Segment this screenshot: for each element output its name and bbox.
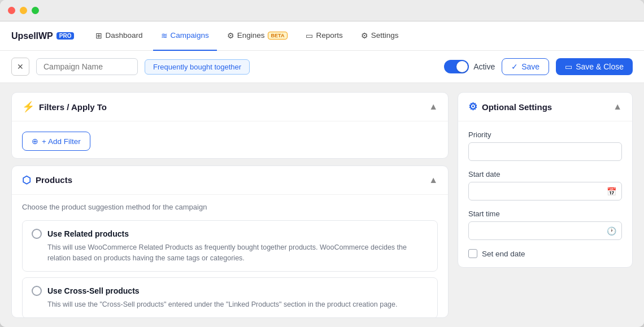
active-toggle-group: Active bbox=[444, 60, 495, 73]
nav-label-reports: Reports bbox=[316, 31, 342, 40]
settings-title: Optional Settings bbox=[482, 102, 552, 112]
main-content: ✕ Frequently bought together Active ✓ Sa… bbox=[0, 51, 644, 327]
products-collapse-button[interactable]: ▲ bbox=[429, 175, 438, 185]
nav-label-campaigns: Campaigns bbox=[171, 31, 209, 40]
start-date-input[interactable] bbox=[468, 182, 622, 200]
start-date-label: Start date bbox=[468, 170, 622, 178]
active-toggle-switch[interactable] bbox=[444, 60, 469, 73]
beta-badge: BETA bbox=[268, 32, 288, 40]
titlebar bbox=[0, 0, 644, 21]
save-close-icon: ▭ bbox=[565, 62, 572, 71]
filter-icon: ⚡ bbox=[22, 101, 34, 113]
start-time-input[interactable] bbox=[468, 221, 622, 240]
option-related-header: Use Related products bbox=[32, 229, 428, 239]
option-related-label: Use Related products bbox=[47, 229, 129, 238]
save-close-button-label: Save & Close bbox=[576, 62, 624, 71]
option-related-desc: This will use WooCommerce Related Produc… bbox=[47, 242, 428, 264]
close-button[interactable]: ✕ bbox=[11, 58, 29, 76]
right-panel: ⚙ Optional Settings ▲ Priority bbox=[458, 92, 633, 318]
option-crosssell-radio[interactable] bbox=[32, 286, 42, 296]
nav-item-engines[interactable]: ⚙ Engines BETA bbox=[219, 21, 296, 51]
active-label: Active bbox=[473, 62, 495, 71]
navbar: UpsellWP PRO ⊞ Dashboard ≋ Campaigns ⚙ E… bbox=[0, 21, 644, 51]
reports-icon: ▭ bbox=[306, 31, 313, 40]
campaigns-icon: ≋ bbox=[161, 31, 168, 40]
content-area: ⚡ Filters / Apply To ▲ ⊕ + Add Filter bbox=[0, 83, 644, 327]
start-time-field: Start time 🕐 bbox=[468, 210, 622, 240]
engines-icon: ⚙ bbox=[227, 31, 234, 40]
save-button-label: Save bbox=[521, 62, 539, 71]
brand-badge: PRO bbox=[56, 32, 75, 40]
settings-header: ⚙ Optional Settings ▲ bbox=[458, 93, 632, 121]
products-header-left: ⬡ Products bbox=[22, 174, 72, 186]
option-related-card[interactable]: Use Related products This will use WooCo… bbox=[22, 220, 438, 272]
save-close-button[interactable]: ▭ Save & Close bbox=[556, 58, 633, 75]
option-related-radio[interactable] bbox=[32, 229, 42, 239]
products-icon: ⬡ bbox=[22, 174, 31, 186]
calendar-icon: 📅 bbox=[607, 187, 616, 196]
brand-name: UpsellWP bbox=[11, 31, 53, 41]
close-traffic-light[interactable] bbox=[8, 7, 15, 14]
campaign-name-input[interactable] bbox=[36, 58, 138, 75]
add-filter-label: + Add Filter bbox=[42, 137, 81, 146]
maximize-traffic-light[interactable] bbox=[32, 7, 39, 14]
add-filter-button[interactable]: ⊕ + Add Filter bbox=[22, 132, 90, 151]
filters-card: ⚡ Filters / Apply To ▲ ⊕ + Add Filter bbox=[11, 92, 449, 159]
filters-header-left: ⚡ Filters / Apply To bbox=[22, 101, 107, 113]
settings-card: ⚙ Optional Settings ▲ Priority bbox=[458, 92, 633, 268]
products-card-header: ⬡ Products ▲ bbox=[12, 166, 448, 195]
nav-item-campaigns[interactable]: ≋ Campaigns bbox=[153, 21, 217, 51]
nav-label-engines: Engines bbox=[237, 31, 265, 40]
settings-header-left: ⚙ Optional Settings bbox=[468, 101, 552, 113]
option-crosssell-card[interactable]: Use Cross-Sell products This will use th… bbox=[22, 277, 438, 318]
products-card: ⬡ Products ▲ Choose the product suggesti… bbox=[11, 165, 449, 318]
settings-body: Priority Start date 📅 bbox=[458, 121, 632, 267]
products-title: Products bbox=[36, 175, 72, 185]
priority-field: Priority bbox=[468, 130, 622, 161]
start-date-field: Start date 📅 bbox=[468, 170, 622, 200]
settings-icon: ⚙ bbox=[361, 31, 368, 40]
add-filter-plus-icon: ⊕ bbox=[32, 137, 38, 146]
minimize-traffic-light[interactable] bbox=[20, 7, 27, 14]
toggle-knob bbox=[456, 61, 468, 72]
start-date-input-wrapper: 📅 bbox=[468, 182, 622, 200]
settings-gear-icon: ⚙ bbox=[468, 101, 477, 113]
option-crosssell-label: Use Cross-Sell products bbox=[47, 286, 140, 295]
set-end-date-checkbox[interactable] bbox=[468, 249, 477, 258]
nav-item-reports[interactable]: ▭ Reports bbox=[298, 21, 350, 51]
filters-card-body: ⊕ + Add Filter bbox=[12, 121, 448, 159]
set-end-date-label: Set end date bbox=[482, 250, 525, 258]
nav-item-dashboard[interactable]: ⊞ Dashboard bbox=[88, 21, 150, 51]
option-crosssell-header: Use Cross-Sell products bbox=[32, 286, 428, 296]
products-hint: Choose the product suggestion method for… bbox=[12, 195, 448, 217]
filters-collapse-button[interactable]: ▲ bbox=[429, 102, 438, 112]
nav-item-settings[interactable]: ⚙ Settings bbox=[353, 21, 407, 51]
nav-label-dashboard: Dashboard bbox=[105, 31, 142, 40]
toolbar: ✕ Frequently bought together Active ✓ Sa… bbox=[0, 51, 644, 83]
filters-card-header: ⚡ Filters / Apply To ▲ bbox=[12, 93, 448, 121]
app-window: UpsellWP PRO ⊞ Dashboard ≋ Campaigns ⚙ E… bbox=[0, 0, 644, 327]
brand-logo: UpsellWP PRO bbox=[11, 31, 74, 41]
left-panel: ⚡ Filters / Apply To ▲ ⊕ + Add Filter bbox=[11, 92, 449, 318]
start-time-input-wrapper: 🕐 bbox=[468, 221, 622, 240]
campaign-type-badge[interactable]: Frequently bought together bbox=[145, 59, 250, 75]
start-time-label: Start time bbox=[468, 210, 622, 218]
filters-title: Filters / Apply To bbox=[39, 102, 107, 112]
dashboard-icon: ⊞ bbox=[95, 31, 102, 40]
clock-icon: 🕐 bbox=[607, 226, 616, 236]
settings-collapse-button[interactable]: ▲ bbox=[613, 102, 622, 112]
priority-input[interactable] bbox=[468, 142, 622, 161]
option-crosssell-desc: This will use the "Cross-Sell products" … bbox=[47, 299, 428, 310]
save-button[interactable]: ✓ Save bbox=[502, 58, 549, 75]
nav-label-settings: Settings bbox=[371, 31, 399, 40]
priority-label: Priority bbox=[468, 130, 622, 139]
set-end-date-row: Set end date bbox=[468, 249, 622, 258]
save-check-icon: ✓ bbox=[511, 62, 518, 71]
